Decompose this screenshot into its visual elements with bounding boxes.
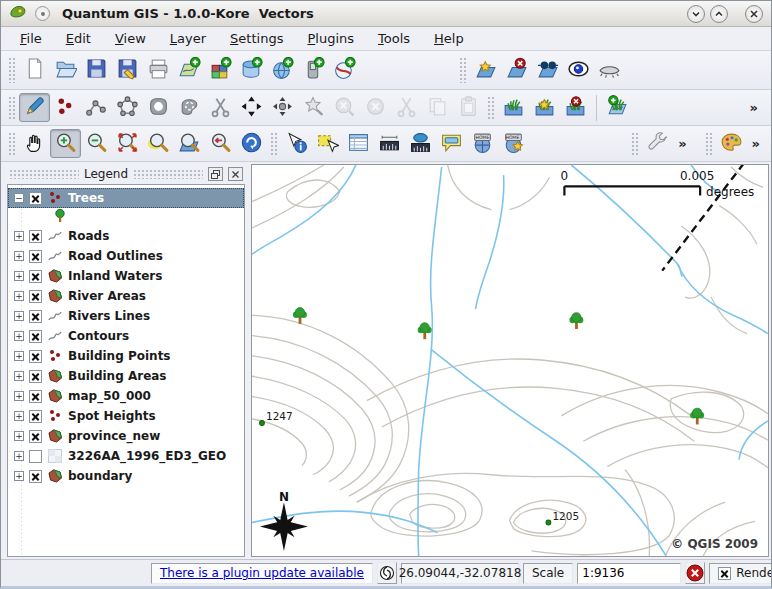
menu-settings[interactable]: Settings [221,29,292,48]
new-project-button[interactable] [19,56,50,85]
toolbar-handle[interactable] [705,132,713,155]
open-attribute-table-button[interactable] [343,129,374,158]
save-project-button[interactable] [81,56,112,85]
grass-add-vector-button[interactable] [602,93,633,122]
legend-item-roads[interactable]: +Roads [8,226,244,246]
move-feature-button[interactable] [236,93,267,122]
select-features-button[interactable] [312,129,343,158]
legend-item-trees[interactable]: −Trees [8,188,244,208]
map-tips-button[interactable] [436,129,467,158]
float-panel-icon[interactable] [208,167,223,181]
expand-icon[interactable]: + [14,331,24,341]
expand-icon[interactable]: + [14,471,24,481]
render-checkbox[interactable] [718,567,731,580]
add-postgis-layer-button[interactable] [236,56,267,85]
minimize-icon[interactable] [687,5,705,23]
zoom-in-button[interactable] [50,129,81,158]
coordinate-capture-icon[interactable] [377,562,397,584]
delete-part-button[interactable] [360,93,391,122]
identify-features-button[interactable] [281,129,312,158]
layer-checkbox[interactable] [29,450,42,463]
layer-checkbox[interactable] [29,290,42,303]
collapse-icon[interactable]: − [14,193,24,203]
layer-checkbox[interactable] [29,470,42,483]
legend-item-boundary[interactable]: +boundary [8,466,244,486]
show-all-layers-button[interactable] [563,56,594,85]
print-button[interactable] [143,56,174,85]
panel-drag-handle[interactable] [133,169,203,179]
menu-tools[interactable]: Tools [369,29,419,48]
paste-features-button[interactable] [453,93,484,122]
zoom-to-layer-button[interactable] [174,129,205,158]
copy-features-button[interactable] [422,93,453,122]
legend-item-province-new[interactable]: +province_new [8,426,244,446]
panel-drag-handle[interactable] [9,169,79,179]
add-raster-layer-button[interactable] [205,56,236,85]
zoom-full-extent-button[interactable] [112,129,143,158]
new-vector-layer-button[interactable] [470,56,501,85]
layer-checkbox[interactable] [29,350,42,363]
measure-area-button[interactable] [405,129,436,158]
layer-checkbox[interactable] [29,410,42,423]
layer-checkbox[interactable] [29,390,42,403]
show-bookmarks-button[interactable]: HOME [467,129,498,158]
legend-item-rivers-lines[interactable]: +Rivers Lines [8,306,244,326]
maximize-icon[interactable] [710,5,728,23]
toolbar-handle[interactable] [270,132,278,155]
toolbar-handle[interactable] [487,96,495,119]
add-wms-layer-button[interactable] [267,56,298,85]
toolbar-handle[interactable] [8,132,16,155]
expand-icon[interactable]: + [14,311,24,321]
toolbar-handle[interactable] [459,57,467,82]
new-bookmark-button[interactable]: HOME [498,129,529,158]
plugin-update-link[interactable]: There is a plugin update available [160,566,364,580]
capture-line-button[interactable] [81,93,112,122]
layer-checkbox[interactable] [29,230,42,243]
layer-checkbox[interactable] [29,192,42,205]
toolbar-handle[interactable] [8,57,16,82]
expand-icon[interactable]: + [14,371,24,381]
expand-icon[interactable]: + [14,391,24,401]
legend-item-road-outlines[interactable]: +Road Outlines [8,246,244,266]
zoom-last-button[interactable] [205,129,236,158]
stop-render-icon[interactable] [685,562,705,584]
move-vertex-button[interactable] [267,93,298,122]
map-canvas[interactable]: 0 0.005 degrees N 12471205 © QGIS 2009 [251,164,769,557]
grass-open-mapset-button[interactable] [498,93,529,122]
layer-checkbox[interactable] [29,330,42,343]
layer-properties-button[interactable] [532,56,563,85]
capture-polygon-button[interactable] [112,93,143,122]
open-project-button[interactable] [50,56,81,85]
expand-icon[interactable]: + [14,231,24,241]
layer-checkbox[interactable] [29,250,42,263]
legend-item-river-areas[interactable]: +River Areas [8,286,244,306]
menu-view[interactable]: View [106,29,155,48]
layer-checkbox[interactable] [29,430,42,443]
expand-icon[interactable]: + [14,251,24,261]
legend-item-contours[interactable]: +Contours [8,326,244,346]
legend-item-building-points[interactable]: +Building Points [8,346,244,366]
menu-file[interactable]: File [11,29,51,48]
remove-layer-button[interactable] [501,56,532,85]
close-icon[interactable] [745,5,763,23]
window-menu-button[interactable] [35,6,50,21]
plugin-tools-button[interactable] [642,129,673,158]
legend-item-spot-heights[interactable]: +Spot Heights [8,406,244,426]
fill-ring-tool-button[interactable] [174,93,205,122]
expand-icon[interactable]: + [14,411,24,421]
toolbar-overflow-icon[interactable]: » [745,100,763,115]
refresh-map-button[interactable] [236,129,267,158]
toggle-editing-button[interactable] [19,93,50,122]
layer-checkbox[interactable] [29,370,42,383]
menu-layer[interactable]: Layer [161,29,215,48]
legend-item-3226aa-1996-ed3-geo[interactable]: +3226AA_1996_ED3_GEO [8,446,244,466]
pan-map-button[interactable] [19,129,50,158]
delete-ring-button[interactable] [329,93,360,122]
grass-new-mapset-button[interactable] [529,93,560,122]
expand-icon[interactable]: + [14,351,24,361]
scale-input[interactable] [577,563,681,584]
hide-all-layers-button[interactable] [594,56,625,85]
add-vector-layer-button[interactable] [174,56,205,85]
legend-item-inland-waters[interactable]: +Inland Waters [8,266,244,286]
zoom-out-button[interactable] [81,129,112,158]
